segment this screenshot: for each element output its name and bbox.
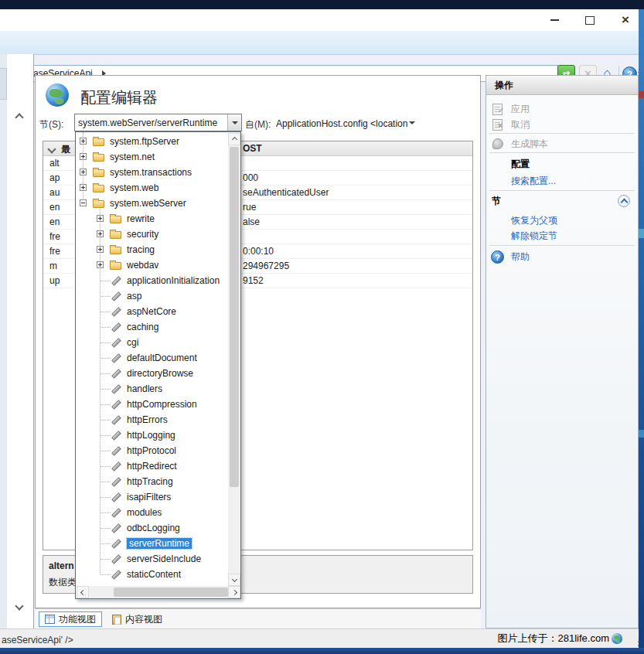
tree-item-label[interactable]: httpErrors xyxy=(127,414,168,425)
expand-icon[interactable] xyxy=(80,138,87,145)
tree-item-cgi[interactable]: cgi xyxy=(76,335,240,350)
desktop-artifact xyxy=(639,91,644,98)
scroll-down-icon[interactable] xyxy=(15,601,23,610)
from-combobox[interactable]: ApplicationHost.config <location xyxy=(276,118,407,129)
tree-item-httpRedirect[interactable]: httpRedirect xyxy=(76,458,240,474)
expand-icon[interactable] xyxy=(80,153,87,160)
tree-item-security[interactable]: security xyxy=(76,227,240,242)
tree-item-odbcLogging[interactable]: odbcLogging xyxy=(76,520,240,536)
close-button[interactable]: × xyxy=(614,14,637,26)
section-combobox-dropdown-button[interactable] xyxy=(227,114,241,131)
tree-item-label[interactable]: system.transactions xyxy=(110,167,192,178)
help-label: 帮助 xyxy=(511,250,530,264)
scroll-down-button[interactable] xyxy=(228,574,240,586)
tree-item-label[interactable]: httpRedirect xyxy=(127,461,177,472)
tree-item-label[interactable]: applicationInitialization xyxy=(127,275,220,286)
tree-vscrollbar[interactable] xyxy=(228,133,240,586)
expand-icon[interactable] xyxy=(97,261,104,268)
tree-item-label[interactable]: caching xyxy=(127,322,158,332)
tree-item-label[interactable]: system.web xyxy=(110,182,158,193)
tree-item-label[interactable]: staticContent xyxy=(127,569,181,580)
tree-item-label[interactable]: webdav xyxy=(127,260,158,271)
tree-item-system.webServer[interactable]: system.webServer xyxy=(76,196,240,211)
tree-item-httpTracing[interactable]: httpTracing xyxy=(76,474,240,489)
tree-item-system.transactions[interactable]: system.transactions xyxy=(76,165,240,180)
help-link[interactable]: ? 帮助 xyxy=(486,249,638,264)
minimize-button[interactable] xyxy=(543,14,566,26)
tree-item-rewrite[interactable]: rewrite xyxy=(76,211,240,227)
tree-item-httpErrors[interactable]: httpErrors xyxy=(76,412,240,427)
section-group-header: 节 xyxy=(486,193,638,209)
expand-icon[interactable] xyxy=(97,246,104,253)
apply-button[interactable]: ✓ 应用 xyxy=(486,101,638,117)
tree-item-staticContent[interactable]: staticContent xyxy=(76,567,240,582)
tab-content-view[interactable]: 内容视图 xyxy=(107,611,168,627)
tree-item-label[interactable]: httpProtocol xyxy=(127,445,176,456)
tree-item-label[interactable]: httpLogging xyxy=(127,430,175,441)
tree-item-label[interactable]: system.webServer xyxy=(110,198,186,209)
folder-icon xyxy=(110,247,121,254)
expand-icon[interactable] xyxy=(97,230,104,237)
tree-item-label[interactable]: httpTracing xyxy=(127,476,173,487)
tree-item-caching[interactable]: caching xyxy=(76,319,240,335)
unlock-section-link[interactable]: 解除锁定节 xyxy=(486,228,638,244)
tree-item-httpLogging[interactable]: httpLogging xyxy=(76,427,240,443)
tree-item-label[interactable]: serverRuntime xyxy=(127,538,192,549)
tree-item-system.net[interactable]: system.net xyxy=(76,149,240,165)
tree-item-modules[interactable]: modules xyxy=(76,505,240,520)
tree-item-label[interactable]: serverSideInclude xyxy=(127,554,201,564)
revert-to-parent-link[interactable]: 恢复为父项 xyxy=(486,213,638,228)
tree-item-defaultDocument[interactable]: defaultDocument xyxy=(76,350,240,366)
search-configuration-link[interactable]: 搜索配置... xyxy=(486,173,638,189)
from-dropdown-arrow-icon[interactable] xyxy=(409,121,415,124)
cancel-button[interactable]: × 取消 xyxy=(486,117,638,132)
tree-item-label[interactable]: handlers xyxy=(127,383,162,394)
tree-item-label[interactable]: asp xyxy=(127,291,141,301)
tree-hscrollbar[interactable] xyxy=(77,586,240,598)
scroll-left-button[interactable] xyxy=(77,586,89,598)
tree-item-label[interactable]: directoryBrowse xyxy=(127,368,193,379)
tree-item-system.ftpServer[interactable]: system.ftpServer xyxy=(76,134,240,149)
tree-item-asp[interactable]: asp xyxy=(76,288,240,304)
tree-item-label[interactable]: cgi xyxy=(127,337,138,348)
tree-item-label[interactable]: security xyxy=(127,229,158,240)
tree-item-tracing[interactable]: tracing xyxy=(76,242,240,257)
collapse-icon[interactable] xyxy=(80,199,87,206)
tree-item-serverSideInclude[interactable]: serverSideInclude xyxy=(76,551,240,567)
tree-item-serverRuntime[interactable]: serverRuntime xyxy=(76,536,240,551)
expand-icon[interactable] xyxy=(80,169,87,175)
tree-item-label[interactable]: system.ftpServer xyxy=(110,136,179,147)
vscroll-thumb[interactable] xyxy=(230,147,239,487)
maximize-button[interactable] xyxy=(578,14,601,26)
tree-item-label[interactable]: aspNetCore xyxy=(127,306,176,317)
tree-item-label[interactable]: httpCompression xyxy=(127,399,197,410)
expand-icon[interactable] xyxy=(97,215,104,222)
tree-item-applicationInitialization[interactable]: applicationInitialization xyxy=(76,273,240,288)
tree-item-label[interactable]: system.net xyxy=(110,152,155,162)
generate-script-button[interactable]: 生成脚本 xyxy=(486,136,638,152)
scroll-up-icon[interactable] xyxy=(15,113,23,121)
tab-features-view[interactable]: 功能视图 xyxy=(39,611,102,627)
tree-item-httpCompression[interactable]: httpCompression xyxy=(76,397,240,412)
tree-item-label[interactable]: odbcLogging xyxy=(127,523,180,533)
group-collapse-icon[interactable] xyxy=(47,145,56,153)
hscroll-thumb[interactable] xyxy=(114,588,228,597)
tree-item-label[interactable]: defaultDocument xyxy=(127,353,197,363)
tree-item-label[interactable]: tracing xyxy=(127,244,155,255)
left-dock-tab[interactable] xyxy=(0,68,7,100)
tree-item-label[interactable]: rewrite xyxy=(127,213,155,224)
section-combobox[interactable]: system.webServer/serverRuntime xyxy=(74,114,242,131)
tree-item-system.web[interactable]: system.web xyxy=(76,180,240,196)
tree-item-label[interactable]: isapiFilters xyxy=(127,492,171,502)
scroll-up-button[interactable] xyxy=(228,133,240,145)
tree-item-httpProtocol[interactable]: httpProtocol xyxy=(76,443,240,458)
tree-item-isapiFilters[interactable]: isapiFilters xyxy=(76,489,240,505)
tree-item-directoryBrowse[interactable]: directoryBrowse xyxy=(76,366,240,381)
collapse-section-button[interactable] xyxy=(618,195,630,207)
tree-item-aspNetCore[interactable]: aspNetCore xyxy=(76,304,240,319)
expand-icon[interactable] xyxy=(80,184,87,191)
tree-item-handlers[interactable]: handlers xyxy=(76,381,240,397)
scroll-right-button[interactable] xyxy=(228,586,240,598)
tree-item-webdav[interactable]: webdav xyxy=(76,257,240,273)
tree-item-label[interactable]: modules xyxy=(127,507,162,518)
